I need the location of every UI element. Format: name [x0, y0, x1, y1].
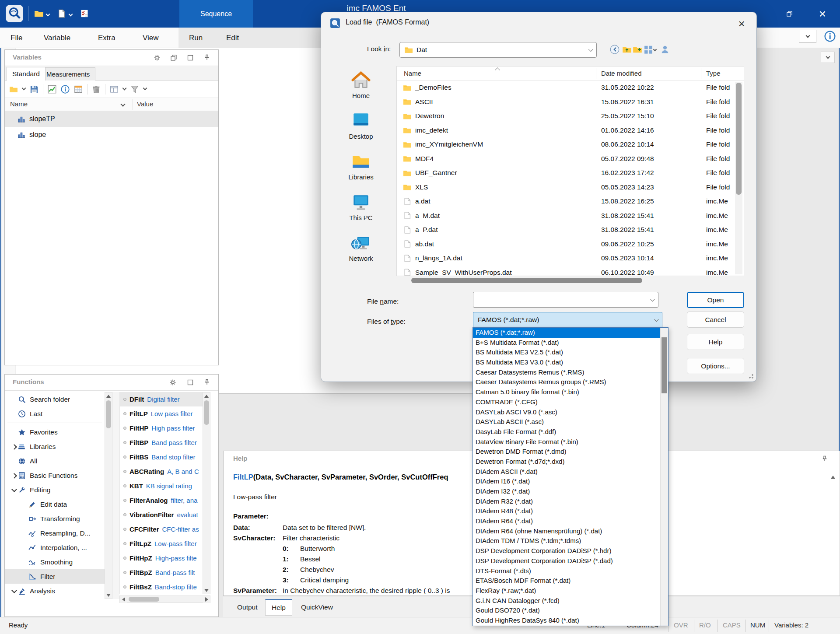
function-item[interactable]: FiltBS Band stop filter — [120, 450, 203, 464]
open-file-icon[interactable] — [34, 9, 44, 18]
functions-tree-item[interactable]: All — [5, 454, 105, 468]
file-type-option[interactable]: B+S Multidata Format (*.dat) — [473, 338, 660, 348]
scrollbar-thumb[interactable] — [106, 400, 111, 428]
layout-icon[interactable] — [110, 85, 119, 94]
cancel-button[interactable]: Cancel — [687, 312, 744, 328]
file-type-option[interactable]: DataView Binary File Format (*.bin) — [473, 437, 660, 447]
pin-icon[interactable] — [203, 54, 210, 61]
column-value[interactable]: Value — [137, 100, 153, 108]
function-item[interactable]: FiltLpZ Low-pass filter — [120, 536, 203, 551]
expand-chevron-icon[interactable] — [21, 530, 28, 537]
tab-quickview[interactable]: QuickView — [295, 599, 339, 616]
restore-panel-icon[interactable] — [170, 54, 177, 61]
function-item[interactable]: CFCFilter CFC-filter as — [120, 522, 203, 536]
tree-scrollbar[interactable] — [105, 392, 112, 599]
functions-tree-item[interactable]: Resampling, D... — [5, 526, 105, 540]
variables-column-header[interactable]: Name Value — [5, 98, 218, 111]
tab-measurements[interactable]: Measurements — [41, 67, 95, 81]
file-type-option[interactable]: DASYLab ASCI V9.0 (*.asc) — [473, 407, 660, 417]
filter-list-icon[interactable] — [130, 85, 139, 94]
place-item[interactable]: Desktop — [326, 105, 396, 146]
create-new-folder-button[interactable] — [633, 45, 642, 54]
file-row[interactable]: n_längs_1A.dat 09.05.2023 10:14 imc.Me — [397, 251, 744, 266]
expand-chevron-icon[interactable] — [11, 588, 18, 595]
functions-tree-item[interactable]: Analysis — [5, 584, 105, 598]
chevron-down-icon[interactable] — [22, 86, 26, 91]
file-type-option[interactable]: DIAdem I16 (*.dat) — [473, 476, 660, 487]
expand-chevron-icon[interactable] — [11, 429, 18, 436]
file-type-option[interactable]: DIAdem TDM / TDMS (*.tdm;*.tdms) — [473, 536, 660, 546]
file-type-option[interactable]: ETAS/Bosch MDF Format (*.dat) — [473, 576, 660, 586]
file-row[interactable]: Sample_SV_WithUserProps.dat 06.10.2022 1… — [397, 266, 744, 276]
menu-item[interactable]: Variable — [44, 28, 70, 48]
scroll-up-button[interactable] — [105, 392, 112, 399]
chevron-down-icon[interactable] — [46, 12, 50, 17]
file-row[interactable]: UBF_Gantner 16.02.2023 17:42 File fold — [397, 166, 744, 180]
file-type-option[interactable]: Gould DSO720 (*.dat) — [473, 606, 660, 616]
place-item[interactable]: Libraries — [326, 146, 396, 187]
file-type-option[interactable]: FlexRay (*.raw;*.dat) — [473, 586, 660, 596]
scrollbar-thumb[interactable] — [662, 337, 667, 393]
scrollbar-thumb[interactable] — [204, 400, 209, 425]
tab-help[interactable]: Help — [265, 599, 292, 616]
info-icon[interactable] — [824, 31, 836, 42]
chevron-down-icon[interactable] — [143, 86, 147, 91]
look-in-dropdown[interactable]: Dat — [399, 42, 597, 58]
file-type-option[interactable]: DSP Development Corporation DADiSP (*.da… — [473, 556, 660, 566]
chevron-down-icon[interactable] — [120, 102, 125, 106]
show-curve-icon[interactable] — [48, 85, 56, 94]
menu-item[interactable]: View — [143, 28, 159, 48]
functions-tree-item[interactable]: Editing — [5, 483, 105, 497]
options-button[interactable]: Options... — [687, 358, 744, 374]
file-type-option[interactable]: COMTRADE (*.CFG) — [473, 397, 660, 407]
column-type[interactable]: Type — [706, 70, 721, 77]
file-row[interactable]: ASCII 15.06.2022 16:31 File fold — [397, 95, 744, 109]
gear-icon[interactable] — [154, 54, 161, 61]
file-type-option[interactable]: DIAdem R32 (*.dat) — [473, 497, 660, 507]
file-type-option[interactable]: DIAdem R48 (*.dat) — [473, 506, 660, 516]
file-row[interactable]: MDF4 05.07.2022 09:48 File fold — [397, 152, 744, 166]
close-window-button[interactable]: × — [810, 0, 835, 28]
scroll-up-button[interactable] — [203, 392, 210, 399]
tab-output[interactable]: Output — [231, 599, 264, 616]
file-type-option[interactable]: Catman 5.0 binary file format (*.bin) — [473, 387, 660, 397]
expand-chevron-icon[interactable] — [21, 544, 28, 551]
tab-sequence[interactable]: Sequence — [179, 0, 253, 28]
file-row[interactable]: a_M.dat 31.08.2022 15:41 imc.Me — [397, 209, 744, 223]
expand-chevron-icon[interactable] — [11, 472, 18, 479]
panel-splitter[interactable] — [112, 392, 119, 599]
file-type-option[interactable]: DIAdem I32 (*.dat) — [473, 487, 660, 497]
menu-item[interactable]: Extra — [98, 28, 116, 48]
place-item[interactable]: This PC — [326, 187, 396, 228]
scroll-left-button[interactable] — [120, 596, 127, 603]
expand-chevron-icon[interactable] — [21, 573, 28, 580]
functions-tree-item[interactable]: Libraries — [5, 439, 105, 454]
dialog-close-button[interactable]: × — [733, 16, 750, 32]
column-date-modified[interactable]: Date modified — [601, 70, 642, 77]
expand-chevron-icon[interactable] — [21, 515, 28, 522]
chevron-down-icon[interactable] — [653, 48, 657, 51]
functions-hscrollbar[interactable] — [119, 595, 210, 603]
file-row[interactable]: XLS 05.05.2023 14:23 File fold — [397, 180, 744, 195]
file-type-option[interactable]: Gould HighRes DataSys 840 (*.dat) — [473, 616, 660, 626]
gear-icon[interactable] — [169, 379, 176, 386]
restore-window-button[interactable] — [777, 0, 802, 28]
file-row[interactable]: _DemoFiles 31.05.2022 10:22 File fold — [397, 81, 744, 95]
tab-standard[interactable]: Standard — [7, 67, 46, 81]
maximize-panel-icon[interactable] — [187, 54, 194, 61]
help-button[interactable]: Help — [687, 334, 744, 350]
user-options-button[interactable] — [660, 45, 670, 54]
function-item[interactable]: FiltBP Band pass filter — [120, 435, 203, 450]
file-row[interactable]: a_P.dat 31.08.2022 15:41 imc.Me — [397, 223, 744, 237]
menu-item[interactable]: Run — [189, 28, 203, 48]
function-item[interactable]: KBT KB signal rating — [120, 479, 203, 493]
column-name[interactable]: Name — [404, 70, 421, 77]
functions-tree-item[interactable]: Filter — [5, 569, 105, 584]
file-type-option[interactable]: DASYLab ASCII (*.asc) — [473, 417, 660, 427]
pin-icon[interactable] — [821, 455, 828, 462]
chevron-down-icon[interactable] — [122, 86, 127, 91]
scroll-down-button[interactable] — [203, 587, 210, 594]
file-type-option[interactable]: FAMOS (*.dat;*.raw) — [473, 328, 660, 338]
function-item[interactable]: ABCRating A, B and C — [120, 464, 203, 479]
functions-tree-item[interactable]: Edit data — [5, 497, 105, 511]
